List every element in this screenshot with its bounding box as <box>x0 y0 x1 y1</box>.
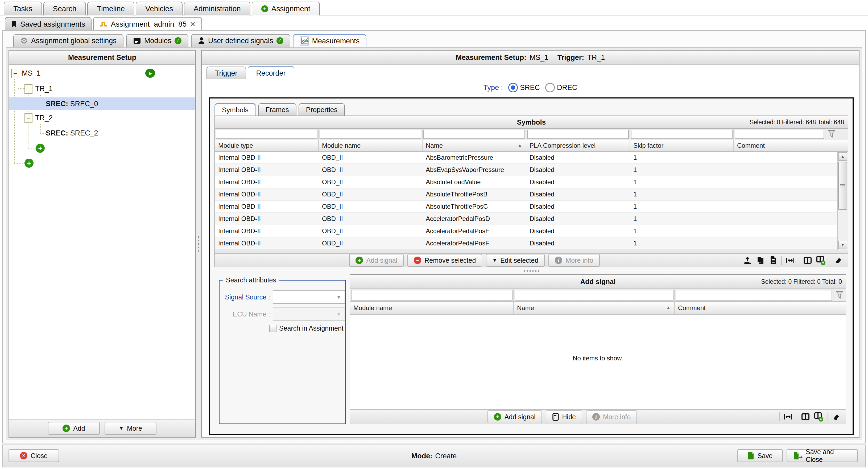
tree-node-ms1[interactable]: MS_1 <box>22 68 41 78</box>
tab-assignment-admin-85[interactable]: Assignment_admin_85 ✕ <box>93 17 202 31</box>
tree-node-tr2[interactable]: TR_2 <box>35 113 53 123</box>
more-info-button[interactable]: i More info <box>586 410 637 423</box>
column-header-name[interactable]: Name▲ <box>423 140 526 151</box>
symbols-counts: Selected: 0 Filtered: 648 Total: 648 <box>750 119 844 126</box>
tab-properties[interactable]: Properties <box>299 103 345 116</box>
tree-node-tr1[interactable]: TR_1 <box>35 84 53 94</box>
filter-pla-input[interactable] <box>527 129 629 139</box>
columns-icon[interactable] <box>801 412 810 421</box>
filter-comment-input[interactable] <box>735 129 824 139</box>
recorder-type-row: Type : SREC DREC <box>202 79 859 96</box>
table-row[interactable]: Internal OBD-IIOBD_IIAbsoluteLoadValueDi… <box>215 176 848 188</box>
add-recorder-icon[interactable]: + <box>36 144 45 153</box>
filter-name-input[interactable] <box>423 129 525 139</box>
tree-expander-ms1[interactable]: − <box>11 69 19 78</box>
scroll-down-button[interactable]: ▼ <box>838 241 847 249</box>
tree-node-srec0[interactable]: SREC: SREC_0 <box>46 99 98 109</box>
more-info-button[interactable]: i More info <box>549 254 599 267</box>
columns-icon[interactable] <box>803 256 812 265</box>
filter-funnel-button[interactable] <box>826 129 838 140</box>
filter-module-name-input[interactable] <box>319 129 421 139</box>
close-tab-icon[interactable]: ✕ <box>190 21 195 28</box>
tab-assignment[interactable]: + Assignment <box>252 2 320 16</box>
tree-expander-tr1[interactable]: − <box>25 84 32 94</box>
eraser-icon[interactable] <box>834 256 843 265</box>
horizontal-scroll-strip[interactable] <box>215 250 848 254</box>
eraser-icon[interactable] <box>832 412 841 421</box>
export-icon[interactable] <box>743 256 752 265</box>
save-and-close-button[interactable]: Save and Close <box>786 449 858 462</box>
tree-connector <box>40 124 41 134</box>
remove-selected-button[interactable]: − Remove selected <box>407 254 482 267</box>
filter-skip-input[interactable] <box>631 129 733 139</box>
tab-frames[interactable]: Frames <box>258 103 297 116</box>
tab-search[interactable]: Search <box>43 2 86 16</box>
table-row[interactable]: Internal OBD-IIOBD_IIAcceleratorPedalPos… <box>215 225 848 237</box>
tab-assignment-global-settings[interactable]: ⚙ Assignment global settings <box>13 34 123 47</box>
table-row[interactable]: Internal OBD-IIOBD_IIAbsoluteThrottlePos… <box>215 201 848 213</box>
search-in-assignment-checkbox[interactable] <box>269 325 276 332</box>
tree-expander-tr2[interactable]: − <box>25 113 32 123</box>
column-header-module-name[interactable]: Module name <box>319 140 423 151</box>
tab-saved-assignments[interactable]: Saved assignments <box>5 17 92 31</box>
filter-module-type-input[interactable] <box>216 129 317 139</box>
column-header-name[interactable]: Name▲ <box>514 302 675 314</box>
table-row[interactable]: Internal OBD-IIOBD_IIAcceleratorPedalPos… <box>215 237 848 250</box>
fit-width-icon[interactable] <box>785 256 795 265</box>
add-signal-button[interactable]: + Add signal <box>488 410 542 423</box>
column-header-comment[interactable]: Comment <box>675 302 833 314</box>
hide-button[interactable]: Hide <box>546 410 582 423</box>
table-row[interactable]: Internal OBD-IIOBD_IIAbsEvapSysVaporPres… <box>215 164 848 176</box>
add-column-icon[interactable] <box>816 255 826 265</box>
signal-source-label: Signal Source : <box>220 293 270 301</box>
tab-recorder[interactable]: Recorder <box>248 66 294 79</box>
tree-node-srec2[interactable]: SREC: SREC_2 <box>46 128 98 138</box>
tab-measurements[interactable]: Measurements <box>293 34 367 47</box>
tab-timeline[interactable]: Timeline <box>87 2 134 16</box>
add-button[interactable]: + Add <box>48 422 100 435</box>
filter-name-input[interactable] <box>515 290 674 300</box>
scroll-up-button[interactable]: ▲ <box>838 152 847 161</box>
add-signal-button[interactable]: + Add signal <box>349 254 404 267</box>
copy-icon[interactable] <box>756 256 765 265</box>
add-trigger-icon[interactable]: + <box>25 159 34 168</box>
funnel-icon <box>836 291 843 299</box>
tab-label: Administration <box>193 4 241 13</box>
document-icon[interactable] <box>769 256 778 265</box>
horizontal-splitter[interactable] <box>210 268 852 273</box>
radio-drec[interactable]: DREC <box>545 83 578 92</box>
tab-tasks[interactable]: Tasks <box>4 2 42 16</box>
table-row[interactable]: Internal OBD-IIOBD_IIAbsBarometricPressu… <box>215 152 848 164</box>
filter-funnel-button[interactable] <box>833 289 846 301</box>
scrollbar-thumb[interactable] <box>838 162 847 210</box>
add-column-icon[interactable] <box>814 412 824 422</box>
column-header-pla[interactable]: PLA Compression level <box>526 140 630 151</box>
more-button[interactable]: ▼ More <box>104 422 156 435</box>
table-row[interactable]: Internal OBD-IIOBD_IIAcceleratorPedalPos… <box>215 213 848 225</box>
fit-width-icon[interactable] <box>783 412 793 421</box>
column-header-module-type[interactable]: Module type <box>215 140 319 151</box>
column-header-module-name[interactable]: Module name <box>350 302 514 314</box>
tab-administration[interactable]: Administration <box>184 2 250 16</box>
radio-srec[interactable]: SREC <box>508 83 540 92</box>
column-header-comment[interactable]: Comment <box>734 140 826 151</box>
filter-module-name-input[interactable] <box>351 290 513 300</box>
table-row[interactable]: Internal OBD-IIOBD_IIAbsoluteThrottlePos… <box>215 188 848 201</box>
panel-title-text: Measurement Setup <box>68 54 136 62</box>
radio-unselected-icon <box>545 83 555 92</box>
vertical-scrollbar[interactable]: ▲ ▼ <box>837 152 848 250</box>
signal-source-select[interactable]: ▼ <box>273 290 345 304</box>
close-button[interactable]: ✕ Close <box>8 449 59 462</box>
tab-vehicles[interactable]: Vehicles <box>136 2 183 16</box>
tab-modules[interactable]: Modules ✓ <box>126 34 188 47</box>
play-icon[interactable]: ▶ <box>145 69 155 78</box>
filter-comment-input[interactable] <box>676 290 832 300</box>
trigger-recorder-tabs: Trigger Recorder <box>202 65 859 79</box>
edit-selected-button[interactable]: ▼ Edit selected <box>486 254 545 267</box>
tab-symbols[interactable]: Symbols <box>214 103 256 116</box>
save-button[interactable]: Save <box>737 449 783 462</box>
panel-splitter[interactable] <box>196 50 201 438</box>
column-header-skip-factor[interactable]: Skip factor <box>630 140 734 151</box>
tab-trigger[interactable]: Trigger <box>207 66 246 79</box>
tab-user-defined-signals[interactable]: User defined signals ✓ <box>191 34 290 47</box>
